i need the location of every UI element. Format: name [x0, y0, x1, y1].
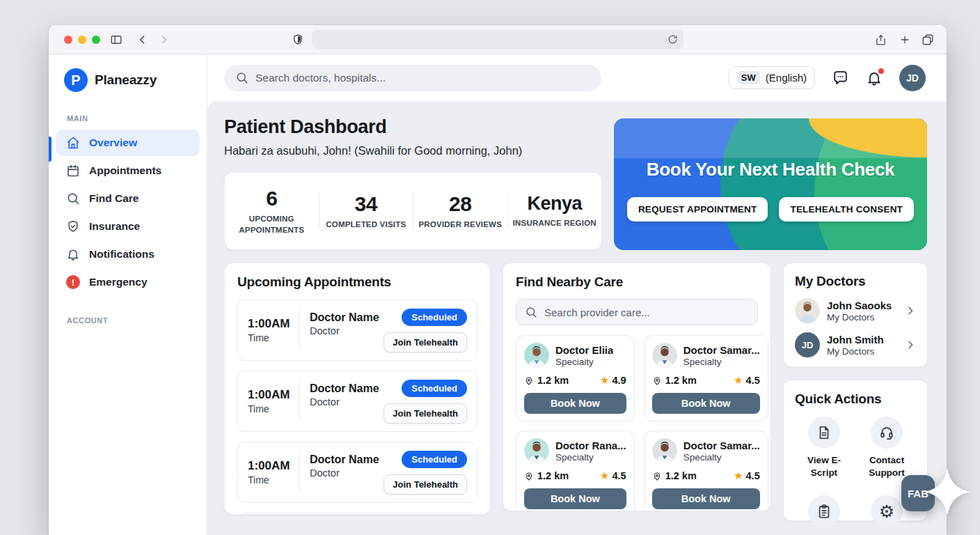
request-appointment-button[interactable]: REQUEST APPOINTMENT	[627, 197, 768, 222]
forward-icon[interactable]	[158, 34, 169, 45]
notification-badge	[877, 67, 885, 75]
sidebar-item-overview[interactable]: Overview	[56, 130, 200, 156]
doctor-avatar	[652, 343, 677, 368]
stat-upcoming-appointments: 6 UPCOMING APPOINTMENTS	[225, 187, 319, 235]
messages-icon[interactable]	[832, 69, 849, 86]
appointment-role: Doctor	[310, 396, 384, 408]
doctor-card: Doctor Samar... Specialty 1.2 km ★	[644, 335, 768, 421]
headset-icon	[871, 417, 903, 449]
appointment-row-clipped	[237, 513, 477, 515]
appointment-doctor: Doctor Name	[310, 453, 384, 466]
telehealth-consent-button[interactable]: TELEHEALTH CONSENT	[779, 197, 914, 222]
doctor-distance: 1.2 km	[537, 470, 569, 481]
user-avatar[interactable]: JD	[899, 65, 926, 91]
sidebar-item-emergency[interactable]: ! Emergency	[56, 269, 200, 295]
book-now-button[interactable]: Book Now	[652, 393, 760, 414]
clipboard-icon	[808, 495, 840, 527]
planeazzy-logo-icon: P	[64, 68, 88, 92]
search-icon	[66, 192, 80, 206]
doctor-name: Doctor Samar...	[683, 440, 760, 451]
doctor-card: Doctor Samar... Specialty 1.2 km ★	[644, 431, 768, 511]
url-field[interactable]	[312, 30, 683, 49]
appointment-time-label: Time	[248, 474, 294, 486]
document-icon	[808, 417, 840, 449]
sidebar-item-notifications[interactable]: Notifications	[56, 241, 200, 268]
new-tab-icon[interactable]	[899, 34, 910, 45]
stat-label: PROVIDER REVIEWS	[418, 219, 503, 230]
book-now-button[interactable]: Book Now	[524, 393, 626, 414]
appointment-role: Doctor	[310, 325, 384, 336]
status-badge: Scheduled	[402, 451, 467, 468]
provider-search-input[interactable]	[544, 307, 749, 318]
appointment-doctor: Doctor Name	[310, 311, 384, 324]
sidebar-item-appointments[interactable]: Appointments	[56, 157, 200, 184]
find-nearby-care-card: Find Nearby Care	[503, 263, 771, 511]
doctor-specialty: Specialty	[683, 357, 760, 367]
doctor-rating: 4.5	[746, 470, 760, 481]
notifications-bell-icon[interactable]	[866, 70, 883, 86]
quick-action-label: View E-Script	[795, 454, 853, 479]
doctor-specialty: Speciaity	[555, 357, 613, 367]
join-telehealth-button[interactable]: Join Telehealth	[384, 332, 467, 352]
location-pin-icon	[652, 471, 662, 481]
close-window-button[interactable]	[64, 36, 72, 44]
dashboard-content: Patient Dashboard Habari za asubuhi, Joh…	[207, 101, 947, 535]
back-icon[interactable]	[137, 34, 148, 45]
zoom-window-button[interactable]	[92, 36, 100, 44]
sidebar-item-find-care[interactable]: Find Care	[56, 185, 200, 212]
stat-value: Kenya	[512, 193, 598, 215]
search-icon	[525, 306, 537, 318]
join-telehealth-button[interactable]: Join Telehealth	[384, 474, 467, 495]
cursor-sparkle-icon	[923, 467, 972, 516]
join-telehealth-button[interactable]: Join Telehealth	[384, 403, 467, 424]
doctor-avatar	[795, 298, 820, 323]
reload-icon[interactable]	[667, 34, 678, 45]
doctor-distance: 1.2 km	[665, 375, 697, 386]
appointment-row: 1:00AM Time Doctor Name Doctor Scheduled…	[237, 300, 477, 361]
brand-logo-row[interactable]: P Planeazzy	[49, 54, 207, 103]
my-doctor-row[interactable]: John Saooks My Doctors	[795, 298, 916, 323]
search-input[interactable]	[255, 72, 590, 84]
appointment-role: Doctor	[310, 467, 384, 479]
section-heading: Upcoming Appointments	[237, 274, 477, 290]
doctor-specialty: Specialty	[683, 452, 760, 463]
stat-value: 28	[418, 192, 503, 216]
sidebar-item-label: Find Care	[89, 192, 139, 205]
doctor-name: Doctor Eliia	[555, 344, 613, 356]
doctor-card: Doctor Rana... Specialty 1.2 km ★	[516, 431, 635, 511]
sidebar-section-main: MAIN	[49, 103, 207, 128]
quick-action-contact-support[interactable]: Contact Support	[858, 417, 916, 479]
location-pin-icon	[524, 471, 534, 481]
minimize-window-button[interactable]	[78, 36, 86, 44]
shield-icon[interactable]	[292, 33, 303, 46]
sidebar-item-insurance[interactable]: Insurance	[56, 213, 200, 240]
my-doctor-row[interactable]: JD John Smith My Doctors	[795, 332, 916, 357]
doctor-rating: 4.9	[612, 375, 626, 386]
chevron-right-icon	[905, 339, 916, 350]
book-now-button[interactable]: Book Now	[524, 488, 626, 509]
tabs-icon[interactable]	[922, 33, 934, 46]
appointment-time-label: Time	[248, 403, 294, 414]
quick-action-report[interactable]: Report	[795, 495, 853, 535]
language-selector[interactable]: SW (English)	[729, 66, 815, 89]
section-heading: My Doctors	[795, 274, 916, 289]
appointment-row: 1:00AM Time Doctor Name Doctor Scheduled…	[237, 371, 477, 432]
doctor-name: Doctor Rana...	[555, 440, 626, 451]
status-badge: Scheduled	[402, 309, 467, 326]
quick-action-view-escript[interactable]: View E-Script	[795, 417, 853, 479]
doctor-rating: 4.5	[746, 375, 760, 386]
gear-icon: ⚙	[871, 495, 903, 527]
sidebar-toggle-icon[interactable]	[110, 33, 122, 46]
appointment-time: 1:00AM	[248, 317, 294, 331]
stat-provider-reviews: 28 PROVIDER REVIEWS	[413, 192, 507, 230]
share-icon[interactable]	[875, 33, 887, 47]
home-icon	[66, 136, 80, 150]
global-search[interactable]	[224, 65, 601, 91]
section-heading: Find Nearby Care	[516, 274, 758, 290]
provider-search[interactable]	[516, 299, 758, 325]
section-heading: Quick Actions	[795, 391, 916, 407]
doctor-name: John Saooks	[827, 300, 898, 311]
bell-icon	[66, 247, 80, 261]
book-now-button[interactable]: Book Now	[652, 488, 760, 509]
browser-window: P Planeazzy MAIN Overview Appointments	[49, 25, 947, 535]
